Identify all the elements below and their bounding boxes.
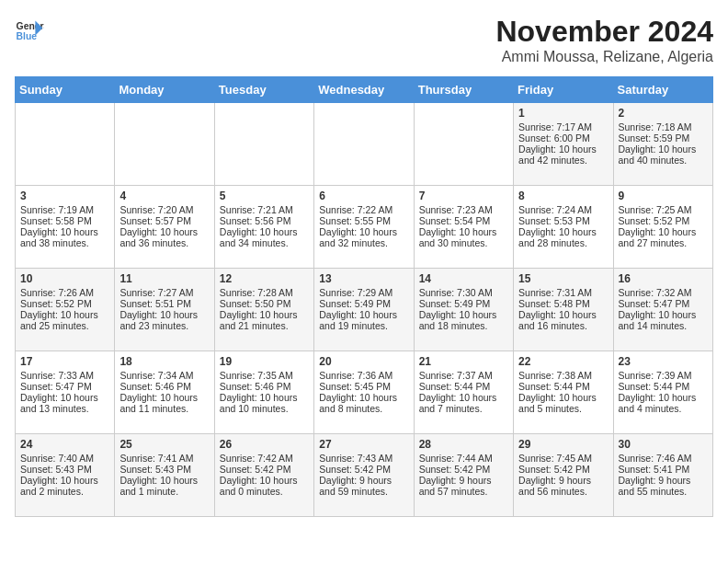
day-info-line: Sunrise: 7:25 AM <box>619 204 708 215</box>
calendar-day-cell <box>414 103 513 186</box>
day-info-line: Daylight: 10 hours <box>119 309 209 320</box>
day-info-line: Sunrise: 7:21 AM <box>220 204 309 215</box>
day-info-line: Sunrise: 7:27 AM <box>119 287 209 298</box>
day-info-line: and 25 minutes. <box>20 320 109 331</box>
day-info-line: Daylight: 10 hours <box>619 226 708 237</box>
day-number: 10 <box>20 272 109 285</box>
day-info-line: Sunset: 5:59 PM <box>619 132 708 144</box>
day-info-line: and 38 minutes. <box>20 237 109 248</box>
day-info-line: Sunset: 5:47 PM <box>619 298 708 309</box>
day-info-line: Daylight: 10 hours <box>20 475 109 486</box>
day-info-line: and 1 minute. <box>119 486 209 497</box>
calendar-week-row: 1Sunrise: 7:17 AMSunset: 6:00 PMDaylight… <box>16 103 713 186</box>
day-info-line: Daylight: 10 hours <box>619 392 708 403</box>
day-info-line: Daylight: 10 hours <box>20 392 109 403</box>
day-info-line: and 2 minutes. <box>20 486 109 497</box>
calendar-day-cell: 1Sunrise: 7:17 AMSunset: 6:00 PMDaylight… <box>514 103 613 186</box>
day-info-line: and 0 minutes. <box>220 486 309 497</box>
day-info-line: Sunset: 5:52 PM <box>20 298 109 309</box>
day-info-line: Daylight: 10 hours <box>518 309 608 320</box>
calendar-week-row: 10Sunrise: 7:26 AMSunset: 5:52 PMDayligh… <box>16 269 713 351</box>
day-info-line: Sunset: 5:44 PM <box>518 381 608 392</box>
day-info-line: Sunset: 5:55 PM <box>319 215 408 226</box>
day-info-line: Sunrise: 7:22 AM <box>319 204 408 215</box>
calendar-day-cell: 30Sunrise: 7:46 AMSunset: 5:41 PMDayligh… <box>613 434 712 517</box>
day-info-line: Daylight: 10 hours <box>419 309 508 320</box>
day-info-line: Sunset: 5:42 PM <box>319 464 408 475</box>
day-info-line: Sunset: 5:46 PM <box>119 381 209 392</box>
day-info-line: Sunrise: 7:46 AM <box>619 453 708 464</box>
calendar-day-cell: 16Sunrise: 7:32 AMSunset: 5:47 PMDayligh… <box>613 269 712 351</box>
day-info-line: and 19 minutes. <box>319 320 408 331</box>
calendar-day-cell: 25Sunrise: 7:41 AMSunset: 5:43 PMDayligh… <box>115 434 214 517</box>
day-info-line: and 55 minutes. <box>619 486 708 497</box>
logo: General Blue <box>15 15 44 44</box>
day-info-line: Sunset: 5:43 PM <box>20 464 109 475</box>
day-info-line: Sunrise: 7:30 AM <box>419 287 508 298</box>
day-number: 21 <box>419 355 508 368</box>
day-info-line: and 42 minutes. <box>518 155 608 166</box>
day-info-line: Sunrise: 7:41 AM <box>119 453 209 464</box>
day-info-line: Sunset: 5:53 PM <box>518 215 608 226</box>
day-info-line: Daylight: 9 hours <box>319 475 408 486</box>
day-number: 19 <box>220 355 309 368</box>
day-info-line: Daylight: 10 hours <box>518 144 608 155</box>
day-info-line: and 28 minutes. <box>518 237 608 248</box>
day-info-line: Daylight: 10 hours <box>319 392 408 403</box>
day-info-line: Sunrise: 7:18 AM <box>619 121 708 132</box>
day-info-line: Sunset: 5:57 PM <box>119 215 209 226</box>
day-info-line: Daylight: 10 hours <box>518 226 608 237</box>
day-info-line: and 57 minutes. <box>419 486 508 497</box>
day-info-line: Daylight: 10 hours <box>619 144 708 155</box>
day-info-line: and 36 minutes. <box>119 237 209 248</box>
calendar-day-cell <box>214 103 313 186</box>
day-info-line: Sunrise: 7:26 AM <box>20 287 109 298</box>
calendar-day-cell: 27Sunrise: 7:43 AMSunset: 5:42 PMDayligh… <box>314 434 414 517</box>
day-info-line: and 4 minutes. <box>619 403 708 414</box>
day-info-line: Sunrise: 7:28 AM <box>220 287 309 298</box>
day-number: 20 <box>319 355 408 368</box>
day-info-line: Sunset: 5:42 PM <box>419 464 508 475</box>
day-number: 28 <box>419 438 508 451</box>
day-info-line: Sunset: 5:41 PM <box>619 464 708 475</box>
day-info-line: and 13 minutes. <box>20 403 109 414</box>
day-info-line: Daylight: 10 hours <box>419 392 508 403</box>
calendar-day-cell: 24Sunrise: 7:40 AMSunset: 5:43 PMDayligh… <box>16 434 115 517</box>
logo-icon: General Blue <box>15 15 44 44</box>
day-info-line: Sunrise: 7:19 AM <box>20 204 109 215</box>
day-info-line: and 7 minutes. <box>419 403 508 414</box>
day-number: 26 <box>220 438 309 451</box>
day-number: 25 <box>119 438 209 451</box>
day-info-line: and 27 minutes. <box>619 237 708 248</box>
day-number: 5 <box>220 190 309 202</box>
calendar-week-row: 17Sunrise: 7:33 AMSunset: 5:47 PMDayligh… <box>16 351 713 434</box>
svg-text:Blue: Blue <box>17 31 38 41</box>
day-info-line: Sunset: 5:45 PM <box>319 381 408 392</box>
day-number: 22 <box>518 355 608 368</box>
calendar-day-cell <box>314 103 414 186</box>
day-number: 29 <box>518 438 608 451</box>
day-info-line: Sunset: 5:51 PM <box>119 298 209 309</box>
day-info-line: Sunrise: 7:29 AM <box>319 287 408 298</box>
day-info-line: and 16 minutes. <box>518 320 608 331</box>
day-info-line: Sunrise: 7:45 AM <box>518 453 608 464</box>
day-number: 12 <box>220 272 309 285</box>
day-info-line: Daylight: 10 hours <box>119 392 209 403</box>
title-area: November 2024 Ammi Moussa, Relizane, Alg… <box>495 15 713 65</box>
day-info-line: Daylight: 10 hours <box>20 309 109 320</box>
day-info-line: Sunset: 5:52 PM <box>619 215 708 226</box>
calendar-day-cell: 22Sunrise: 7:38 AMSunset: 5:44 PMDayligh… <box>514 351 613 434</box>
day-info-line: and 32 minutes. <box>319 237 408 248</box>
calendar-day-cell: 26Sunrise: 7:42 AMSunset: 5:42 PMDayligh… <box>214 434 313 517</box>
day-info-line: Sunrise: 7:31 AM <box>518 287 608 298</box>
day-info-line: Daylight: 9 hours <box>419 475 508 486</box>
day-number: 1 <box>518 107 608 120</box>
day-number: 6 <box>319 190 408 202</box>
calendar-day-cell: 7Sunrise: 7:23 AMSunset: 5:54 PMDaylight… <box>414 186 513 269</box>
day-info-line: Sunrise: 7:20 AM <box>119 204 209 215</box>
day-info-line: Sunset: 5:44 PM <box>619 381 708 392</box>
weekday-header: Saturday <box>613 77 712 103</box>
calendar-day-cell: 9Sunrise: 7:25 AMSunset: 5:52 PMDaylight… <box>613 186 712 269</box>
day-info-line: and 30 minutes. <box>419 237 508 248</box>
day-number: 15 <box>518 272 608 285</box>
